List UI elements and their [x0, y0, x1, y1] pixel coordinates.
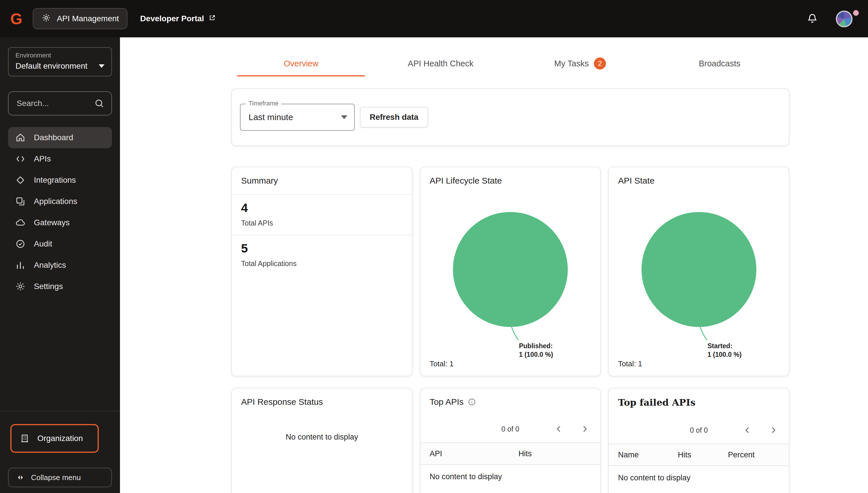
- chevron-left-icon[interactable]: [742, 424, 753, 436]
- api-response-status-card: API Response Status No content to displa…: [231, 388, 412, 493]
- card-title: Top APIs: [430, 397, 463, 407]
- home-icon: [15, 132, 26, 143]
- organization-building-icon: [20, 433, 30, 444]
- sidebar-item-dashboard[interactable]: Dashboard: [8, 127, 112, 148]
- table-header: Name Hits Percent: [609, 444, 789, 466]
- sidebar-bottom: Organization Collapse menu: [0, 411, 120, 493]
- api-state-card: API State Started: 1 (100.0 %) Total: 1: [608, 167, 789, 377]
- applications-icon: [15, 196, 26, 207]
- table-header: API Hits: [420, 443, 600, 465]
- cards-row-1: Summary 4 Total APIs 5 Total Application…: [231, 167, 789, 377]
- empty-state-text: No content to display: [609, 466, 789, 490]
- column-header-hits: Hits: [678, 450, 728, 459]
- lifecycle-pie-chart[interactable]: [453, 212, 568, 327]
- sidebar-item-applications[interactable]: Applications: [8, 191, 112, 212]
- gear-icon: [15, 281, 26, 292]
- bar-chart-icon: [15, 260, 26, 271]
- tab-broadcasts[interactable]: Broadcasts: [650, 50, 789, 77]
- app-switcher-label: API Management: [57, 14, 119, 23]
- organization-button[interactable]: Organization: [10, 424, 99, 453]
- api-brackets-icon: [15, 153, 26, 164]
- column-header-percent: Percent: [728, 450, 780, 459]
- api-state-pie-chart[interactable]: [641, 212, 756, 327]
- tab-label: My Tasks: [554, 59, 589, 68]
- app-switcher-button[interactable]: API Management: [33, 8, 128, 29]
- tab-api-health-check[interactable]: API Health Check: [371, 50, 510, 77]
- sidebar-item-analytics[interactable]: Analytics: [8, 255, 112, 276]
- chevron-right-icon[interactable]: [579, 423, 590, 435]
- gravitee-logo: G: [10, 11, 22, 26]
- collapse-menu-button[interactable]: Collapse menu: [8, 468, 112, 487]
- caret-down-icon: [99, 64, 105, 68]
- pagination-bar: 0 of 0: [609, 416, 789, 444]
- stat-value: 4: [241, 201, 403, 215]
- notifications-bell-icon[interactable]: [806, 12, 819, 25]
- environment-selector[interactable]: Environment Default environment: [8, 47, 112, 77]
- stat-value: 5: [241, 242, 403, 255]
- pie-total: Total: 1: [430, 359, 454, 368]
- user-menu[interactable]: [836, 9, 855, 28]
- search-icon: [94, 98, 105, 109]
- chevron-left-icon[interactable]: [553, 423, 565, 435]
- developer-portal-label: Developer Portal: [140, 14, 204, 23]
- integrations-icon: [15, 175, 26, 186]
- sidebar-item-integrations[interactable]: Integrations: [8, 170, 112, 191]
- info-icon[interactable]: [467, 398, 476, 406]
- sidebar-item-label: Dashboard: [34, 133, 73, 142]
- pagination-bar: 0 of 0: [420, 415, 600, 443]
- card-title: API Response Status: [232, 388, 412, 415]
- environment-label: Environment: [16, 52, 105, 59]
- collapse-arrows-icon: [16, 473, 25, 482]
- sidebar-item-gateways[interactable]: Gateways: [8, 212, 112, 233]
- tab-label: API Health Check: [408, 59, 474, 68]
- pie-callout-label: Started: 1 (100.0 %): [708, 342, 742, 359]
- my-tasks-badge: 2: [594, 58, 606, 69]
- card-title: API Lifecycle State: [420, 167, 600, 194]
- tab-label: Overview: [284, 59, 319, 68]
- chevron-right-icon[interactable]: [768, 424, 779, 436]
- timeframe-select-label: Timeframe: [246, 100, 281, 107]
- card-title: API State: [609, 167, 789, 194]
- pie-callout-label: Published: 1 (100.0 %): [519, 342, 553, 359]
- tab-my-tasks[interactable]: My Tasks 2: [510, 50, 650, 77]
- timeframe-toolbar: Timeframe Last minute Refresh data: [231, 88, 789, 146]
- chevron-down-icon: [341, 115, 347, 119]
- audit-check-icon: [15, 238, 26, 249]
- top-failed-apis-card: Top failed APIs 0 of 0 Name Hits Percent: [608, 388, 789, 493]
- empty-state-text: No content to display: [420, 465, 600, 489]
- sidebar-item-label: Integrations: [34, 175, 76, 185]
- column-header-api: API: [430, 449, 518, 458]
- pie-total: Total: 1: [618, 359, 642, 368]
- sidebar-item-label: Audit: [34, 239, 52, 249]
- top-apis-card: Top APIs 0 of 0 API Hits: [420, 388, 601, 493]
- card-title: Top failed APIs: [618, 397, 695, 408]
- main-content: Overview API Health Check My Tasks 2 Bro…: [120, 37, 868, 493]
- avatar[interactable]: [836, 10, 852, 27]
- summary-card: Summary 4 Total APIs 5 Total Application…: [231, 167, 412, 377]
- empty-state-text: No content to display: [232, 433, 412, 442]
- sidebar-item-audit[interactable]: Audit: [8, 233, 112, 255]
- search-input[interactable]: [16, 98, 94, 109]
- refresh-data-button[interactable]: Refresh data: [360, 107, 428, 128]
- sidebar-search[interactable]: [8, 91, 112, 115]
- sidebar-item-settings[interactable]: Settings: [8, 276, 112, 297]
- pie-callout-line: [509, 325, 520, 341]
- developer-portal-link[interactable]: Developer Portal: [140, 14, 216, 24]
- organization-label: Organization: [37, 434, 83, 443]
- timeframe-select-value: Last minute: [249, 112, 341, 122]
- sidebar-item-apis[interactable]: APIs: [8, 148, 112, 170]
- column-header-hits: Hits: [518, 449, 591, 458]
- sidebar-item-label: Applications: [34, 197, 77, 206]
- stat-label: Total Applications: [241, 259, 403, 268]
- tab-label: Broadcasts: [699, 59, 740, 68]
- sidebar-item-label: APIs: [34, 154, 51, 164]
- tab-overview[interactable]: Overview: [231, 50, 371, 77]
- timeframe-select[interactable]: Timeframe Last minute: [240, 104, 355, 131]
- column-header-name: Name: [618, 450, 678, 459]
- dashboard-tabs: Overview API Health Check My Tasks 2 Bro…: [231, 50, 789, 77]
- api-lifecycle-state-card: API Lifecycle State Published: 1 (100.0 …: [420, 167, 601, 377]
- gear-icon: [41, 13, 51, 25]
- cloud-gateway-icon: [15, 217, 26, 228]
- sidebar: Environment Default environment Dashboar…: [0, 37, 120, 493]
- topbar: G API Management Developer Portal: [0, 0, 868, 37]
